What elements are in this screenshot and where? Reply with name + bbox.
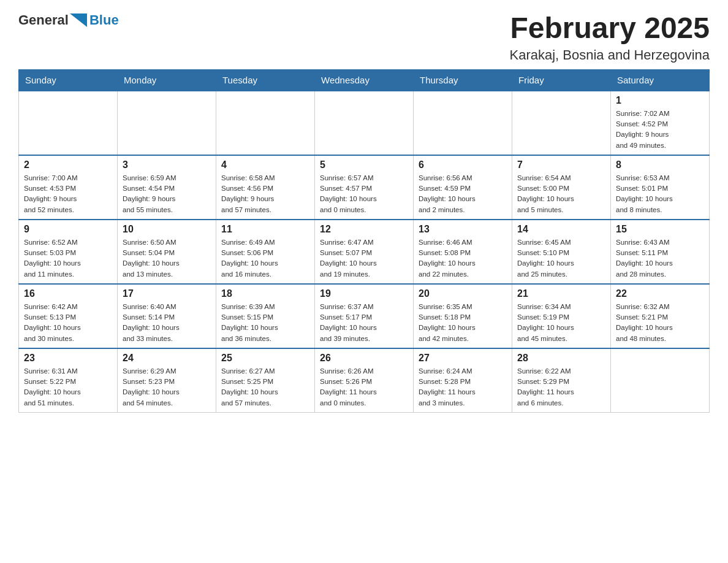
day-info: Sunrise: 6:42 AM Sunset: 5:13 PM Dayligh… [24,302,112,344]
table-row: 23Sunrise: 6:31 AM Sunset: 5:22 PM Dayli… [19,348,118,413]
calendar-week-row: 2Sunrise: 7:00 AM Sunset: 4:53 PM Daylig… [19,155,710,220]
logo-general-text: General [18,12,69,28]
col-friday: Friday [512,69,611,91]
table-row: 11Sunrise: 6:49 AM Sunset: 5:06 PM Dayli… [216,220,315,284]
day-info: Sunrise: 6:59 AM Sunset: 4:54 PM Dayligh… [123,173,211,215]
day-info: Sunrise: 6:49 AM Sunset: 5:06 PM Dayligh… [221,237,309,280]
day-number: 13 [419,224,507,235]
day-info: Sunrise: 6:26 AM Sunset: 5:26 PM Dayligh… [320,366,408,408]
day-number: 26 [320,353,408,364]
day-info: Sunrise: 6:47 AM Sunset: 5:07 PM Dayligh… [320,237,408,280]
day-info: Sunrise: 6:50 AM Sunset: 5:04 PM Dayligh… [123,237,211,280]
title-section: February 2025 Karakaj, Bosnia and Herzeg… [509,12,710,63]
table-row [118,91,216,155]
day-info: Sunrise: 6:29 AM Sunset: 5:23 PM Dayligh… [123,366,211,408]
calendar-header-row: Sunday Monday Tuesday Wednesday Thursday… [19,69,710,91]
day-info: Sunrise: 7:02 AM Sunset: 4:52 PM Dayligh… [616,109,704,151]
day-info: Sunrise: 6:32 AM Sunset: 5:21 PM Dayligh… [616,302,704,344]
day-info: Sunrise: 6:43 AM Sunset: 5:11 PM Dayligh… [616,237,704,280]
day-number: 11 [221,224,309,235]
day-number: 15 [616,224,704,235]
table-row: 20Sunrise: 6:35 AM Sunset: 5:18 PM Dayli… [414,284,512,348]
day-number: 23 [24,353,112,364]
day-info: Sunrise: 6:54 AM Sunset: 5:00 PM Dayligh… [517,173,605,215]
table-row: 12Sunrise: 6:47 AM Sunset: 5:07 PM Dayli… [315,220,414,284]
col-tuesday: Tuesday [216,69,315,91]
day-number: 28 [517,353,605,364]
day-info: Sunrise: 6:46 AM Sunset: 5:08 PM Dayligh… [419,237,507,280]
table-row: 14Sunrise: 6:45 AM Sunset: 5:10 PM Dayli… [512,220,611,284]
table-row: 2Sunrise: 7:00 AM Sunset: 4:53 PM Daylig… [19,155,118,220]
table-row [19,91,118,155]
logo-blue-text: Blue [89,12,119,28]
day-number: 24 [123,353,211,364]
day-info: Sunrise: 6:37 AM Sunset: 5:17 PM Dayligh… [320,302,408,344]
table-row: 21Sunrise: 6:34 AM Sunset: 5:19 PM Dayli… [512,284,611,348]
day-number: 25 [221,353,309,364]
day-info: Sunrise: 6:52 AM Sunset: 5:03 PM Dayligh… [24,237,112,280]
day-info: Sunrise: 6:27 AM Sunset: 5:25 PM Dayligh… [221,366,309,408]
table-row: 8Sunrise: 6:53 AM Sunset: 5:01 PM Daylig… [611,155,710,220]
day-info: Sunrise: 6:57 AM Sunset: 4:57 PM Dayligh… [320,173,408,215]
table-row: 26Sunrise: 6:26 AM Sunset: 5:26 PM Dayli… [315,348,414,413]
day-number: 14 [517,224,605,235]
table-row: 7Sunrise: 6:54 AM Sunset: 5:00 PM Daylig… [512,155,611,220]
table-row: 18Sunrise: 6:39 AM Sunset: 5:15 PM Dayli… [216,284,315,348]
day-info: Sunrise: 6:35 AM Sunset: 5:18 PM Dayligh… [419,302,507,344]
day-number: 16 [24,288,112,299]
day-number: 10 [123,224,211,235]
day-number: 19 [320,288,408,299]
day-number: 20 [419,288,507,299]
logo-triangle-icon [70,13,87,27]
table-row: 3Sunrise: 6:59 AM Sunset: 4:54 PM Daylig… [118,155,216,220]
day-info: Sunrise: 6:22 AM Sunset: 5:29 PM Dayligh… [517,366,605,408]
calendar-table: Sunday Monday Tuesday Wednesday Thursday… [18,69,710,413]
day-number: 22 [616,288,704,299]
day-number: 27 [419,353,507,364]
calendar-week-row: 1Sunrise: 7:02 AM Sunset: 4:52 PM Daylig… [19,91,710,155]
table-row: 13Sunrise: 6:46 AM Sunset: 5:08 PM Dayli… [414,220,512,284]
day-info: Sunrise: 6:24 AM Sunset: 5:28 PM Dayligh… [419,366,507,408]
logo: General Blue [18,12,119,28]
day-number: 6 [419,159,507,170]
day-info: Sunrise: 6:58 AM Sunset: 4:56 PM Dayligh… [221,173,309,215]
table-row: 25Sunrise: 6:27 AM Sunset: 5:25 PM Dayli… [216,348,315,413]
day-number: 12 [320,224,408,235]
day-info: Sunrise: 6:40 AM Sunset: 5:14 PM Dayligh… [123,302,211,344]
table-row: 9Sunrise: 6:52 AM Sunset: 5:03 PM Daylig… [19,220,118,284]
day-number: 3 [123,159,211,170]
svg-marker-0 [70,13,87,27]
table-row: 4Sunrise: 6:58 AM Sunset: 4:56 PM Daylig… [216,155,315,220]
table-row: 6Sunrise: 6:56 AM Sunset: 4:59 PM Daylig… [414,155,512,220]
table-row: 19Sunrise: 6:37 AM Sunset: 5:17 PM Dayli… [315,284,414,348]
day-number: 4 [221,159,309,170]
day-info: Sunrise: 6:39 AM Sunset: 5:15 PM Dayligh… [221,302,309,344]
day-number: 17 [123,288,211,299]
table-row [611,348,710,413]
calendar-week-row: 23Sunrise: 6:31 AM Sunset: 5:22 PM Dayli… [19,348,710,413]
day-number: 21 [517,288,605,299]
day-number: 7 [517,159,605,170]
table-row: 28Sunrise: 6:22 AM Sunset: 5:29 PM Dayli… [512,348,611,413]
table-row: 17Sunrise: 6:40 AM Sunset: 5:14 PM Dayli… [118,284,216,348]
col-monday: Monday [118,69,216,91]
table-row: 5Sunrise: 6:57 AM Sunset: 4:57 PM Daylig… [315,155,414,220]
table-row [216,91,315,155]
day-number: 1 [616,95,704,106]
table-row [414,91,512,155]
day-info: Sunrise: 6:31 AM Sunset: 5:22 PM Dayligh… [24,366,112,408]
day-number: 18 [221,288,309,299]
table-row: 24Sunrise: 6:29 AM Sunset: 5:23 PM Dayli… [118,348,216,413]
col-saturday: Saturday [611,69,710,91]
day-info: Sunrise: 6:45 AM Sunset: 5:10 PM Dayligh… [517,237,605,280]
table-row: 16Sunrise: 6:42 AM Sunset: 5:13 PM Dayli… [19,284,118,348]
day-number: 8 [616,159,704,170]
col-sunday: Sunday [19,69,118,91]
day-info: Sunrise: 6:56 AM Sunset: 4:59 PM Dayligh… [419,173,507,215]
table-row: 27Sunrise: 6:24 AM Sunset: 5:28 PM Dayli… [414,348,512,413]
table-row: 10Sunrise: 6:50 AM Sunset: 5:04 PM Dayli… [118,220,216,284]
table-row [512,91,611,155]
location-title: Karakaj, Bosnia and Herzegovina [509,47,710,63]
table-row: 1Sunrise: 7:02 AM Sunset: 4:52 PM Daylig… [611,91,710,155]
calendar-week-row: 9Sunrise: 6:52 AM Sunset: 5:03 PM Daylig… [19,220,710,284]
